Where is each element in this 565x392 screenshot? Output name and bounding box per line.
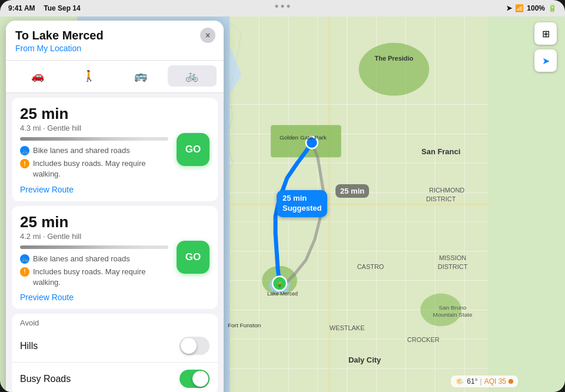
route1-time: 25 min [20,105,168,123]
location-button[interactable]: ➤ [534,49,557,72]
svg-text:San Bruno: San Bruno [439,304,467,311]
status-bar: 9:41 AM Tue Sep 14 ➤ 📶 100% 🔋 [0,0,565,16]
avoid-busy-roads-label: Busy Roads [20,374,71,384]
transit-tab[interactable]: 🚌 [116,65,165,87]
battery-label: 100% [527,4,545,12]
route1-bike-text: Bike lanes and shared roads [33,145,130,156]
svg-text:WESTLAKE: WESTLAKE [330,324,365,331]
svg-text:The Presidio: The Presidio [375,55,414,62]
route1-bike-info: 🚲 Bike lanes and shared roads [20,145,168,156]
navigation-panel: To Lake Merced From My Location × 🚗 🚶 🚌 … [6,21,224,392]
route2-bike-text: Bike lanes and shared roads [33,254,130,264]
svg-text:CROCKER: CROCKER [407,336,440,343]
avoid-section: Avoid Hills Busy Roads [12,314,218,392]
svg-text:San Franci: San Franci [421,147,460,156]
route-card-1: 25 min 4.3 mi · Gentle hill 🚲 Bike lanes… [12,98,218,201]
drive-tab[interactable]: 🚗 [13,65,62,87]
route-bubble-suggested: 25 min Suggested [277,190,327,217]
status-time: 9:41 AM [8,4,35,12]
route1-preview-link[interactable]: Preview Route [20,185,210,194]
status-icons: ➤ 📶 100% 🔋 [506,4,557,12]
svg-text:DISTRICT: DISTRICT [438,263,468,270]
three-dot-indicator [264,0,302,12]
route2-details: 4.2 mi · Gentle hill [20,232,168,241]
route1-warning: ! Includes busy roads. May require walki… [20,158,168,180]
wifi-icon: 📶 [515,4,524,12]
bike-tab[interactable]: 🚲 [168,65,217,87]
status-date: Tue Sep 14 [44,4,80,12]
svg-text:Daly City: Daly City [348,356,381,364]
hills-toggle-knob [181,338,197,354]
battery-icon: 🔋 [548,4,557,12]
aqi-label: AQI 35 [484,377,506,386]
aqi-dot [508,379,513,384]
svg-text:Mountain State: Mountain State [433,311,473,318]
svg-point-23 [359,43,430,96]
weather-badge: 🌤️ 61° | AQI 35 [451,376,518,387]
route-card-2: 25 min 4.2 mi · Gentle hill 🚲 Bike lanes… [12,206,218,310]
location-icon: ➤ [506,4,512,12]
route-alt-time: 25 min [340,187,364,195]
route2-go-button[interactable]: GO [177,241,210,274]
svg-text:Fort Funston: Fort Funston [228,322,261,328]
route1-progress [20,137,168,141]
origin-location[interactable]: My Location [37,44,81,53]
svg-text:CASTRO: CASTRO [357,263,384,270]
route-bubble-label: Suggested [282,204,321,214]
weather-icon: 🌤️ [456,377,464,386]
avoid-busy-roads-row: Busy Roads [12,363,218,392]
weather-temp: 61° [467,377,477,386]
avoid-hills-label: Hills [20,341,38,351]
route2-bike-dot: 🚲 [20,254,29,264]
navigate-icon: ➤ [542,55,550,67]
hills-toggle[interactable] [180,337,210,355]
svg-text:RICHMOND: RICHMOND [429,187,464,194]
route1-warning-text: Includes busy roads. May require walking… [33,158,168,180]
dot-3 [287,5,290,8]
route2-bike-info: 🚲 Bike lanes and shared roads [20,254,168,264]
layers-icon: ⊞ [542,28,550,39]
svg-text:MISSION: MISSION [439,254,466,261]
map-layers-button[interactable]: ⊞ [534,22,557,45]
origin-subtitle: From My Location [15,44,214,53]
svg-text:Golden Gate Park: Golden Gate Park [280,134,327,141]
busy-roads-toggle[interactable] [180,370,210,388]
dot-2 [281,5,284,8]
route2-warning-dot: ! [20,267,29,277]
status-time-date: 9:41 AM Tue Sep 14 [8,4,81,12]
route2-preview-link[interactable]: Preview Route [20,293,210,302]
avoid-title: Avoid [12,314,218,330]
route1-bike-dot: 🚲 [20,146,29,155]
route2-time: 25 min [20,213,168,231]
svg-text:Lake Merced: Lake Merced [267,291,298,297]
panel-header: To Lake Merced From My Location × [6,21,224,61]
route-bubble-time: 25 min [282,194,321,204]
walk-tab[interactable]: 🚶 [65,65,114,87]
route1-go-button[interactable]: GO [177,133,210,166]
transport-mode-tabs: 🚗 🚶 🚌 🚲 [6,61,224,93]
svg-text:🌳: 🌳 [276,281,284,288]
route1-details: 4.3 mi · Gentle hill [20,124,168,132]
route1-warning-dot: ! [20,159,29,168]
busy-roads-toggle-knob [192,371,208,387]
route-bubble-alt: 25 min [335,184,369,198]
svg-text:DISTRICT: DISTRICT [426,195,456,202]
route2-warning: ! Includes busy roads. May require walki… [20,267,168,288]
route2-progress [20,245,168,249]
dot-1 [275,5,278,8]
route2-warning-text: Includes busy roads. May require walking… [33,267,168,288]
close-button[interactable]: × [200,28,215,43]
destination-title: To Lake Merced [15,29,214,42]
avoid-hills-row: Hills [12,330,218,363]
